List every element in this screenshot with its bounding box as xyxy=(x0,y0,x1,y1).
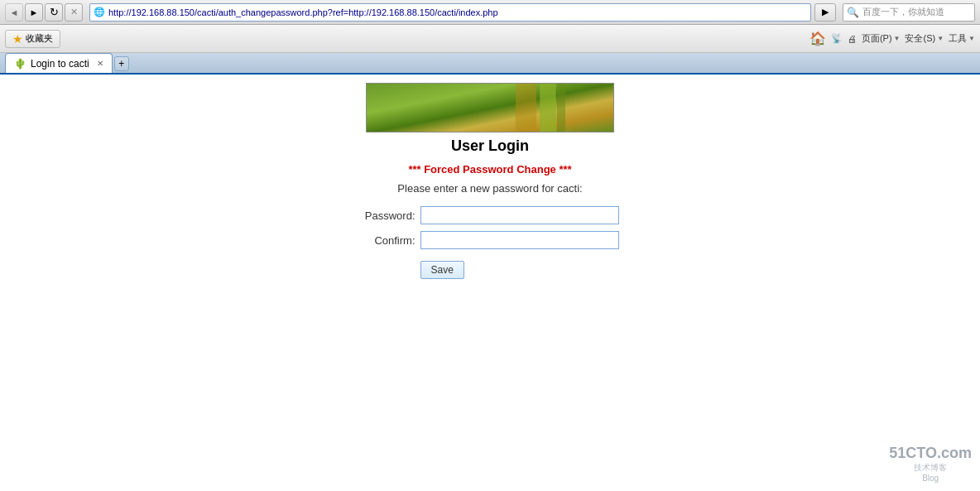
cacti-banner-image xyxy=(366,83,614,132)
toolbar: ★ 收藏夹 🏠 📡 🖨 页面(P) ▼ 安全(S) ▼ 工具 ▼ xyxy=(0,25,980,53)
stop-button[interactable]: ✕ xyxy=(65,3,83,22)
watermark-sub1: 技术博客 xyxy=(889,462,972,474)
confirm-label: Confirm: xyxy=(362,234,416,247)
tab-title: Login to cacti xyxy=(31,58,89,70)
watermark: 51CTO.com 技术博客 Blog xyxy=(889,445,972,483)
page-button[interactable]: 页面(P) ▼ xyxy=(862,32,901,45)
print-icon: 🖨 xyxy=(848,34,857,44)
page-label: 页面(P) xyxy=(862,32,892,45)
forward-button[interactable]: ► xyxy=(25,3,43,22)
page-dropdown-icon: ▼ xyxy=(894,35,901,42)
star-icon: ★ xyxy=(12,32,23,46)
confirm-input[interactable] xyxy=(420,231,619,249)
cacti-svg xyxy=(367,84,614,132)
login-form: Password: Confirm: Save xyxy=(362,206,619,279)
favorites-button[interactable]: ★ 收藏夹 xyxy=(5,30,60,48)
password-label: Password: xyxy=(362,209,416,222)
confirm-row: Confirm: xyxy=(362,231,619,249)
watermark-logo: 51CTO.com xyxy=(889,445,972,462)
feeds-button[interactable]: 📡 xyxy=(831,33,843,44)
browser-window: ◄ ► ↻ ✕ 🌐 http://192.168.88.150/cacti/au… xyxy=(0,0,980,491)
search-placeholder: 百度一下，你就知道 xyxy=(862,6,944,18)
tools-dropdown-icon: ▼ xyxy=(968,35,975,42)
address-bar[interactable]: 🌐 http://192.168.88.150/cacti/auth_chang… xyxy=(89,3,811,22)
print-button[interactable]: 🖨 xyxy=(848,34,857,44)
tab-favicon: 🌵 xyxy=(14,58,26,70)
tools-button[interactable]: 工具 ▼ xyxy=(949,32,975,45)
svg-rect-2 xyxy=(540,84,555,132)
tab-close-icon[interactable]: ✕ xyxy=(97,59,103,68)
safety-dropdown-icon: ▼ xyxy=(937,35,944,42)
watermark-sub2: Blog xyxy=(889,474,972,483)
go-button[interactable]: ▶ xyxy=(814,3,836,22)
refresh-button[interactable]: ↻ xyxy=(45,3,63,22)
tab-login-cacti[interactable]: 🌵 Login to cacti ✕ xyxy=(5,53,113,73)
tabs-bar: 🌵 Login to cacti ✕ + xyxy=(0,53,980,75)
forced-change-notice: *** Forced Password Change *** xyxy=(408,163,571,176)
page-content: User Login *** Forced Password Change **… xyxy=(0,75,980,491)
home-button[interactable]: 🏠 xyxy=(809,31,826,46)
password-row: Password: xyxy=(362,206,619,224)
safety-label: 安全(S) xyxy=(905,32,935,45)
search-bar[interactable]: 🔍 百度一下，你就知道 xyxy=(843,3,975,22)
tools-label: 工具 xyxy=(949,32,967,45)
page-title: User Login xyxy=(451,137,529,155)
svg-rect-0 xyxy=(367,84,614,132)
new-tab-button[interactable]: + xyxy=(114,56,129,71)
svg-rect-3 xyxy=(557,84,565,132)
save-button[interactable]: Save xyxy=(420,261,464,279)
info-text: Please enter a new password for cacti: xyxy=(397,182,582,195)
back-button[interactable]: ◄ xyxy=(5,3,23,22)
home-icon: 🏠 xyxy=(809,31,826,46)
password-input[interactable] xyxy=(420,206,619,224)
address-text: http://192.168.88.150/cacti/auth_changep… xyxy=(108,7,498,17)
safety-button[interactable]: 安全(S) ▼ xyxy=(905,32,944,45)
feeds-icon: 📡 xyxy=(831,33,843,44)
nav-buttons: ◄ ► ↻ ✕ xyxy=(5,3,83,22)
svg-rect-1 xyxy=(516,84,536,132)
new-tab-icon: + xyxy=(118,58,124,70)
search-icon: 🔍 xyxy=(847,7,859,18)
title-bar: ◄ ► ↻ ✕ 🌐 http://192.168.88.150/cacti/au… xyxy=(0,0,980,25)
favorites-label: 收藏夹 xyxy=(26,32,53,45)
address-bar-wrap: 🌐 http://192.168.88.150/cacti/auth_chang… xyxy=(89,3,836,22)
